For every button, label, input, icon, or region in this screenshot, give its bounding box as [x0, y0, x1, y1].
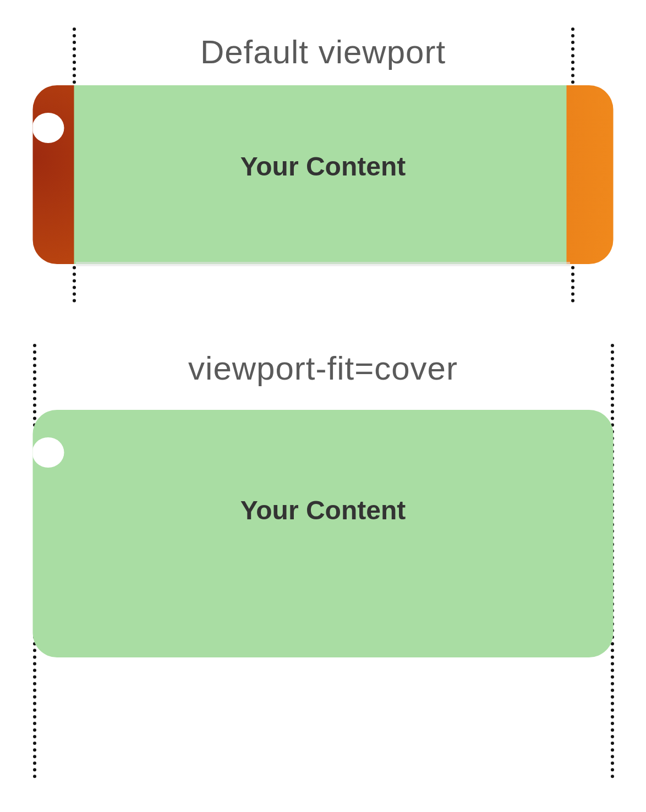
section-title-default: Default viewport: [0, 33, 646, 71]
device-frame-default: Your Content: [33, 85, 614, 264]
device-notch: [33, 437, 64, 468]
section-title-cover: viewport-fit=cover: [0, 349, 646, 387]
content-label-default: Your Content: [33, 151, 614, 182]
browser-chrome-line: [76, 262, 570, 266]
content-label-cover: Your Content: [33, 495, 614, 525]
device-frame-cover: Your Content: [33, 410, 614, 657]
device-notch: [33, 113, 64, 143]
diagram-stage: Default viewport Your Content viewport-f…: [0, 0, 646, 812]
